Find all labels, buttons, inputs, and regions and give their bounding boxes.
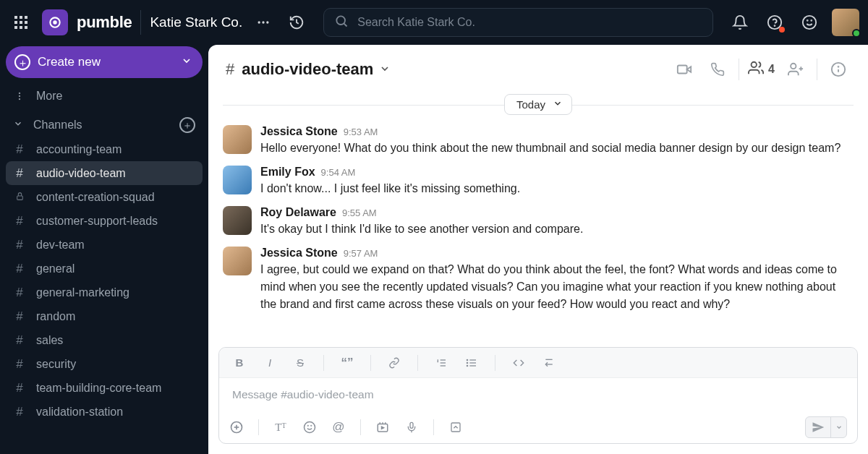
channel-label: sales [36,334,63,347]
sidebar-more[interactable]: More [6,84,203,108]
channel-label: general-marketing [36,286,129,299]
sidebar: ＋ Create new More Channels ＋ #accounting… [0,45,208,454]
message: Emily Fox9:54 AMI don't know... I just f… [223,161,854,202]
search-box[interactable] [323,8,713,37]
code-block-button[interactable] [542,357,556,369]
message-author[interactable]: Emily Fox [260,166,315,179]
create-new-button[interactable]: ＋ Create new [6,46,203,78]
phone-call-icon[interactable] [705,57,730,82]
code-button[interactable] [511,357,526,369]
channel-item-customer-support-leads[interactable]: #customer-support-leads [6,209,203,233]
people-icon [748,60,764,79]
composer-actions: TT @ [219,411,857,443]
mention-button[interactable]: @ [331,420,346,434]
video-call-icon[interactable] [672,57,697,82]
channel-item-general-marketing[interactable]: #general-marketing [6,280,203,304]
channel-item-validation-station[interactable]: #validation-station [6,400,203,424]
member-count-value: 4 [768,63,775,76]
avatar[interactable] [223,125,252,154]
channel-item-random[interactable]: #random [6,304,203,328]
svg-point-19 [807,20,808,21]
add-member-icon[interactable] [783,57,808,82]
quote-button[interactable]: “” [340,356,354,370]
channel-label: customer-support-leads [36,215,158,228]
emoji-icon[interactable] [797,10,822,35]
text-format-button[interactable]: TT [273,421,288,434]
apps-grid-icon[interactable] [9,10,33,35]
message-author[interactable]: Jessica Stone [260,125,338,138]
divider [739,59,739,80]
send-button-group [805,416,847,438]
notifications-icon[interactable] [728,10,752,35]
hash-icon: # [226,60,234,79]
message-time: 9:57 AM [344,248,378,259]
chevron-down-icon [181,55,192,69]
bold-button[interactable]: B [232,356,247,369]
attach-button[interactable] [229,420,244,434]
record-video-button[interactable] [375,421,390,434]
hash-icon: # [13,238,26,252]
message: Jessica Stone9:57 AMI agree, but could w… [223,242,854,317]
svg-rect-0 [14,16,17,19]
main-panel: # audio-video-team 4 [208,45,868,454]
send-options-button[interactable] [830,417,846,437]
shortcut-button[interactable] [448,421,463,433]
svg-rect-24 [17,195,22,199]
svg-rect-8 [25,26,27,29]
channel-item-security[interactable]: #security [6,352,203,376]
channel-item-sales[interactable]: #sales [6,328,203,352]
avatar[interactable] [223,247,252,275]
strikethrough-button[interactable]: S [293,356,307,369]
user-avatar[interactable] [832,9,859,36]
svg-marker-55 [382,427,384,429]
channel-label: audio-video-team [36,167,126,180]
send-button[interactable] [806,421,830,434]
channel-item-dev-team[interactable]: #dev-team [6,233,203,257]
channel-title[interactable]: # audio-video-team [226,60,391,79]
channel-item-accounting-team[interactable]: #accounting-team [6,137,203,161]
channel-item-content-creation-squad[interactable]: content-creation-squad [6,185,203,209]
chevron-down-icon [553,98,563,111]
svg-rect-1 [20,16,22,19]
ordered-list-button[interactable] [434,357,448,369]
svg-point-49 [307,425,308,426]
channel-item-general[interactable]: #general [6,257,203,280]
divider [417,355,418,371]
message-author[interactable]: Roy Delaware [260,206,336,219]
emoji-button[interactable] [302,421,317,434]
composer-input[interactable]: Message #audio-video-team [219,378,857,411]
avatar[interactable] [223,206,252,235]
member-count[interactable]: 4 [748,60,775,79]
bullet-list-button[interactable] [464,357,479,369]
more-vert-icon [13,91,26,101]
channel-item-team-building-core-team[interactable]: #team-building-core-team [6,376,203,400]
message-time: 9:53 AM [344,127,378,137]
workspace-name[interactable]: Katie Stark Co. [150,14,242,30]
channel-label: random [36,310,75,323]
message-text: It's okay but I think I'd like to see an… [260,220,854,238]
avatar[interactable] [223,166,252,194]
channels-section-header[interactable]: Channels ＋ [6,108,203,137]
hash-icon: # [13,381,26,395]
channel-info-icon[interactable] [826,57,851,82]
svg-rect-6 [14,26,17,29]
help-icon[interactable] [762,10,787,35]
divider [140,10,141,35]
message-author[interactable]: Jessica Stone [260,247,338,260]
brand-logo[interactable] [42,9,68,35]
link-button[interactable] [387,357,401,369]
history-icon[interactable] [284,10,309,35]
channel-label: accounting-team [36,143,122,156]
more-options-icon[interactable] [251,10,276,35]
date-jump-button[interactable]: Today [504,94,572,115]
channel-item-audio-video-team[interactable]: #audio-video-team [6,161,203,185]
divider [817,59,817,80]
record-audio-button[interactable] [404,421,419,433]
search-input[interactable] [357,16,702,29]
date-separator: Today [208,94,868,115]
search-icon [334,14,349,31]
svg-point-11 [258,21,260,23]
italic-button[interactable]: I [263,356,277,369]
add-channel-button[interactable]: ＋ [179,117,195,133]
chevron-down-icon [13,119,23,132]
